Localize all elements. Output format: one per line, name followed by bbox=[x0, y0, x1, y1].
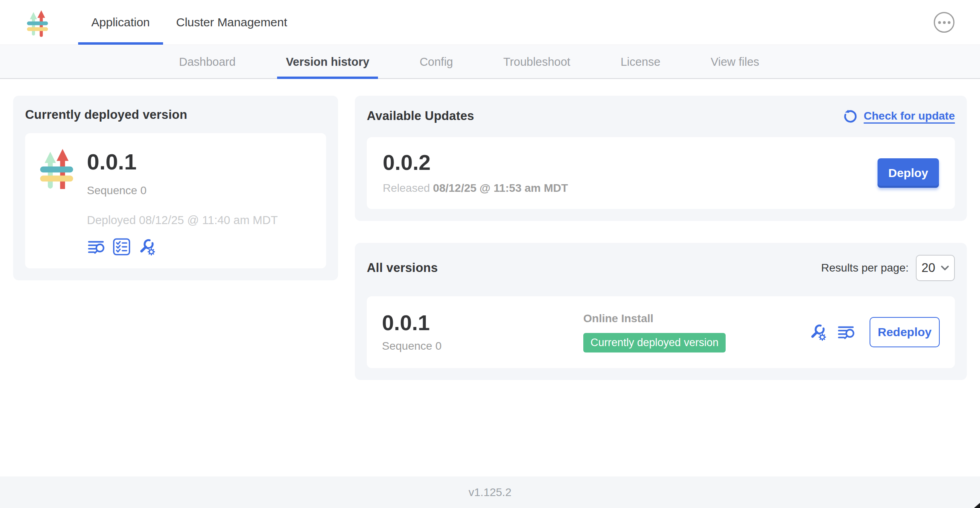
tab-application[interactable]: Application bbox=[78, 0, 163, 45]
tab-cluster-management[interactable]: Cluster Management bbox=[163, 0, 300, 45]
app-subnav: Dashboard Version history Config Trouble… bbox=[0, 45, 980, 79]
currently-deployed-card: Currently deployed version 0.0.1 Sequenc… bbox=[13, 96, 338, 280]
all-versions-title: All versions bbox=[367, 261, 438, 275]
row-version-number: 0.0.1 bbox=[382, 312, 583, 333]
redeploy-button[interactable]: Redeploy bbox=[870, 317, 940, 347]
logs-icon bbox=[837, 323, 856, 342]
results-per-page-label: Results per page: bbox=[821, 262, 909, 274]
app-header: Application Cluster Management bbox=[0, 0, 980, 45]
tab-troubleshoot[interactable]: Troubleshoot bbox=[494, 45, 579, 78]
update-released-timestamp: Released 08/12/25 @ 11:53 am MDT bbox=[383, 182, 568, 195]
tab-license[interactable]: License bbox=[612, 45, 669, 78]
tab-dashboard[interactable]: Dashboard bbox=[170, 45, 244, 78]
chevron-down-icon bbox=[941, 265, 949, 271]
all-versions-card: All versions Results per page: 20 0.0 bbox=[355, 243, 967, 380]
available-updates-card: Available Updates Check for update 0.0.2… bbox=[355, 96, 967, 221]
wrench-gear-icon bbox=[137, 237, 156, 256]
tab-view-files[interactable]: View files bbox=[702, 45, 768, 78]
version-history-page: Currently deployed version 0.0.1 Sequenc… bbox=[0, 80, 980, 476]
tab-config[interactable]: Config bbox=[411, 45, 462, 78]
app-logo-icon bbox=[39, 147, 74, 189]
deployed-version-panel: 0.0.1 Sequence 0 Deployed 08/12/25 @ 11:… bbox=[25, 133, 326, 268]
overflow-menu-button[interactable] bbox=[934, 12, 954, 33]
app-logo-icon bbox=[26, 7, 49, 37]
deployed-version-number: 0.0.1 bbox=[87, 151, 278, 173]
console-version: v1.125.2 bbox=[468, 486, 511, 499]
preflight-checks-button[interactable] bbox=[112, 237, 131, 256]
ellipsis-icon bbox=[938, 21, 941, 24]
preflight-checklist-icon bbox=[112, 237, 131, 256]
logs-icon bbox=[87, 237, 106, 256]
view-logs-button[interactable] bbox=[87, 237, 106, 256]
row-view-logs-button[interactable] bbox=[837, 323, 856, 342]
version-row: 0.0.1 Sequence 0 Online Install Currentl… bbox=[367, 296, 955, 368]
currently-deployed-badge: Currently deployed version bbox=[583, 333, 726, 352]
deployed-timestamp: Deployed 08/12/25 @ 11:40 am MDT bbox=[87, 214, 278, 227]
currently-deployed-title: Currently deployed version bbox=[25, 108, 326, 122]
results-per-page-select[interactable]: 20 bbox=[916, 255, 955, 281]
install-type-label: Online Install bbox=[583, 312, 808, 325]
update-row: 0.0.2 Released 08/12/25 @ 11:53 am MDT D… bbox=[367, 137, 955, 209]
admin-console: Application Cluster Management Dashboard… bbox=[0, 0, 980, 508]
refresh-icon bbox=[842, 108, 859, 124]
row-edit-config-button[interactable] bbox=[808, 323, 827, 342]
wrench-gear-icon bbox=[808, 323, 827, 342]
tab-version-history[interactable]: Version history bbox=[277, 45, 378, 78]
edit-config-button[interactable] bbox=[137, 237, 156, 256]
deploy-button[interactable]: Deploy bbox=[878, 158, 939, 188]
row-sequence: Sequence 0 bbox=[382, 340, 583, 352]
update-version-number: 0.0.2 bbox=[383, 152, 568, 173]
app-footer: v1.125.2 bbox=[0, 476, 980, 508]
deployed-sequence: Sequence 0 bbox=[87, 184, 278, 197]
check-for-update-link[interactable]: Check for update bbox=[842, 108, 955, 124]
available-updates-title: Available Updates bbox=[367, 109, 474, 123]
top-nav: Application Cluster Management bbox=[78, 0, 300, 45]
